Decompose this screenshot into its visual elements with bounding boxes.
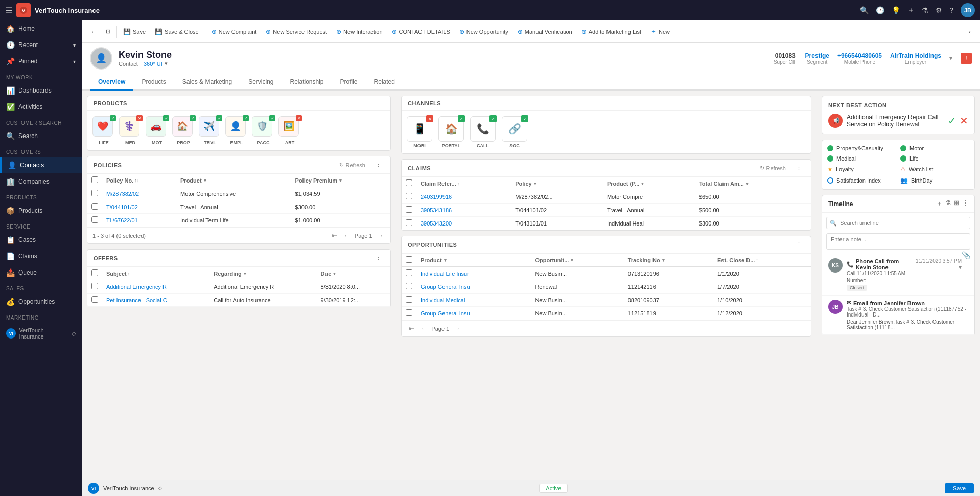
timeline-filter-icon[interactable]: ⚗ xyxy=(945,199,951,208)
channel-portal[interactable]: 🏠 ✓ PORTAL xyxy=(438,116,464,148)
user-avatar[interactable]: JB xyxy=(961,3,975,17)
new-service-request-button[interactable]: ⊕ New Service Request xyxy=(262,25,331,38)
policies-more-button[interactable]: ⋮ xyxy=(372,161,384,169)
opportunities-more-button[interactable]: ⋮ xyxy=(793,240,805,249)
channel-soc[interactable]: 🔗 ✓ SOC xyxy=(502,116,527,148)
manual-verification-button[interactable]: ⊕ Manual Verification xyxy=(514,25,576,38)
policy-link[interactable]: TL/67622/01 xyxy=(106,217,138,223)
opp-first-page[interactable]: ⇤ xyxy=(407,324,416,333)
product-med[interactable]: ⚕️ MED xyxy=(119,116,142,145)
tab-sales-marketing[interactable]: Sales & Marketing xyxy=(174,74,240,91)
timeline-search-input[interactable] xyxy=(826,217,970,229)
claim-amount-header[interactable]: Total Claim Am... ▾ xyxy=(695,177,811,190)
opp-link[interactable]: Individual Medical xyxy=(421,297,465,303)
policies-check-all[interactable] xyxy=(87,174,102,187)
offers-more-button[interactable]: ⋮ xyxy=(372,254,384,262)
contact-360-link[interactable]: 360° UI xyxy=(144,61,162,67)
channel-mobi[interactable]: 📱 ✕ MOBI xyxy=(407,116,432,148)
contact-details-button[interactable]: ⊕ CONTACT DETAILS xyxy=(388,25,454,38)
product-mot[interactable]: 🚗 MOT xyxy=(146,116,168,145)
claims-check-all[interactable] xyxy=(402,177,416,190)
opp-close-header[interactable]: Est. Close D... ↑ xyxy=(713,254,811,267)
sidebar-item-products[interactable]: 📦 Products xyxy=(0,202,82,219)
more-button[interactable]: ⋯ xyxy=(675,25,689,38)
bottom-save-button[interactable]: Save xyxy=(945,483,974,493)
timeline-view-icon[interactable]: ⊞ xyxy=(954,199,959,208)
claim-ref-header[interactable]: Claim Refer... ↑ xyxy=(416,177,511,190)
new-button[interactable]: ＋ New xyxy=(646,24,674,39)
sidebar-item-companies[interactable]: 🏢 Companies xyxy=(0,173,82,190)
policies-refresh-button[interactable]: ↻ Refresh xyxy=(336,161,368,169)
new-complaint-button[interactable]: ⊕ New Complaint xyxy=(207,25,261,38)
nba-reject-button[interactable]: ✕ xyxy=(960,115,968,127)
sidebar-item-claims[interactable]: 📄 Claims xyxy=(0,248,82,264)
opp-link[interactable]: Group General Insu xyxy=(421,310,470,317)
timeline-add-icon[interactable]: ＋ xyxy=(936,199,942,208)
opp-product-header[interactable]: Product ▾ xyxy=(416,254,531,267)
due-header[interactable]: Due ▾ xyxy=(317,267,390,280)
sidebar-item-activities[interactable]: ✅ Activities xyxy=(0,99,82,115)
claims-refresh-button[interactable]: ↻ Refresh xyxy=(757,164,789,172)
add-marketing-button[interactable]: ⊕ Add to Marketing List xyxy=(577,25,645,38)
channel-call[interactable]: 📞 ✓ CALL xyxy=(470,116,496,148)
opp-prev-page[interactable]: ← xyxy=(418,324,429,333)
new-opportunity-button[interactable]: ⊕ New Opportunity xyxy=(455,25,512,38)
claim-link[interactable]: 2403199916 xyxy=(421,194,452,200)
tab-servicing[interactable]: Servicing xyxy=(240,74,282,91)
nba-accept-button[interactable]: ✓ xyxy=(948,115,956,127)
settings-icon[interactable]: ⚙ xyxy=(936,6,942,14)
sidebar-item-pinned[interactable]: 📌 Pinned ▾ xyxy=(0,53,82,70)
opp-type-header[interactable]: Opportunit... ▾ xyxy=(531,254,623,267)
search-icon[interactable]: 🔍 xyxy=(860,6,869,14)
back-button[interactable]: ← xyxy=(87,26,101,38)
sidebar-item-search[interactable]: 🔍 Search xyxy=(0,128,82,144)
policies-first-page[interactable]: ⇤ xyxy=(330,231,339,240)
claim-link[interactable]: 3905343186 xyxy=(421,207,452,213)
opp-link[interactable]: Group General Insu xyxy=(421,284,470,290)
clock-icon[interactable]: 🕐 xyxy=(876,6,884,14)
hamburger-menu[interactable]: ☰ xyxy=(5,6,12,15)
sidebar-item-home[interactable]: 🏠 Home xyxy=(0,20,82,37)
product-empl[interactable]: 👤 EMPL xyxy=(225,116,248,145)
opp-next-page[interactable]: → xyxy=(451,324,462,333)
timeline-note-input[interactable] xyxy=(826,233,970,250)
opp-check-all[interactable] xyxy=(402,254,416,267)
question-icon[interactable]: ? xyxy=(949,6,953,14)
tab-relationship[interactable]: Relationship xyxy=(282,74,332,91)
save-close-button[interactable]: 💾 Save & Close xyxy=(151,25,203,38)
filter-icon[interactable]: ⚗ xyxy=(922,6,928,14)
timeline-more-icon[interactable]: ⋮ xyxy=(962,199,968,208)
product-art[interactable]: 🖼️ ART xyxy=(278,116,301,145)
opp-tracking-header[interactable]: Tracking No ▾ xyxy=(624,254,713,267)
policy-link[interactable]: T/044101/02 xyxy=(106,204,138,210)
timeline-expand-1[interactable]: ▾ xyxy=(959,264,962,271)
offers-check-all[interactable] xyxy=(87,267,102,280)
claim-policy-header[interactable]: Policy ▾ xyxy=(511,177,603,190)
claim-product-header[interactable]: Product (P... ▾ xyxy=(603,177,695,190)
sidebar-item-dashboards[interactable]: 📊 Dashboards xyxy=(0,82,82,99)
sidebar-item-recent[interactable]: 🕐 Recent ▾ xyxy=(0,37,82,53)
product-header[interactable]: Product ▾ xyxy=(176,174,291,187)
sidebar-item-opportunities[interactable]: 💰 Opportunities xyxy=(0,294,82,310)
tab-overview[interactable]: Overview xyxy=(90,74,133,91)
contact-badges-expand[interactable]: ▾ xyxy=(949,55,952,62)
offer-link[interactable]: Pet Insurance - Social C xyxy=(106,297,167,303)
policies-next-page[interactable]: → xyxy=(375,231,385,240)
policy-no-header[interactable]: Policy No. ↑↓ xyxy=(102,174,176,187)
subject-header[interactable]: Subject ↑ xyxy=(102,267,209,280)
product-trvl[interactable]: ✈️ TRVL xyxy=(199,116,221,145)
sidebar-item-contacts[interactable]: 👤 Contacts xyxy=(0,157,82,173)
collapse-button[interactable]: ‹ xyxy=(965,26,975,38)
tab-related[interactable]: Related xyxy=(366,74,403,91)
save-button[interactable]: 💾 Save xyxy=(119,25,150,38)
sidebar-item-queue[interactable]: 📥 Queue xyxy=(0,264,82,281)
form-icon-button[interactable]: ⊡ xyxy=(102,25,114,38)
bulb-icon[interactable]: 💡 xyxy=(892,6,900,14)
policies-prev-page[interactable]: ← xyxy=(341,231,352,240)
plus-icon[interactable]: ＋ xyxy=(907,6,915,15)
contact-dropdown-icon[interactable]: ▾ xyxy=(165,60,168,67)
timeline-attach-button[interactable]: 📎 xyxy=(962,251,970,259)
sidebar-item-cases[interactable]: 📋 Cases xyxy=(0,232,82,248)
regarding-header[interactable]: Regarding ▾ xyxy=(209,267,316,280)
tab-products[interactable]: Products xyxy=(133,74,174,91)
